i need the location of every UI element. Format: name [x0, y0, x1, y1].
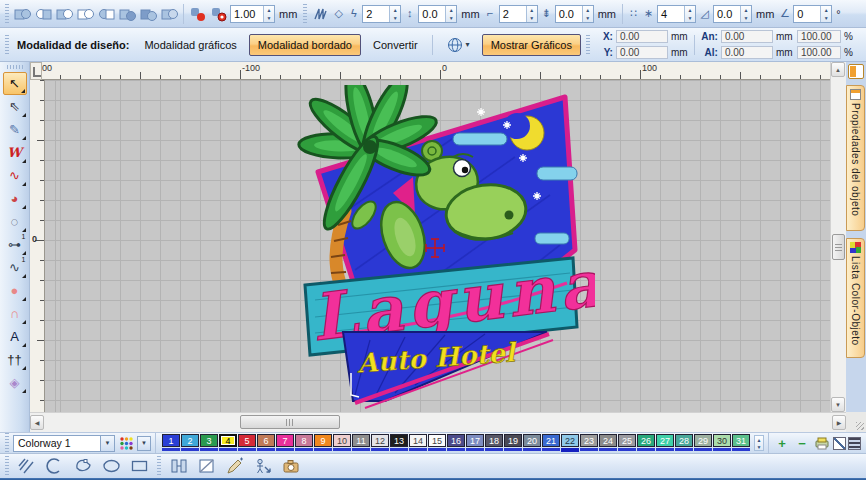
- tab-color-object-list[interactable]: Lista Color-Objeto: [846, 238, 865, 358]
- boolean-weld-icon[interactable]: [13, 4, 32, 24]
- vertical-scroll-thumb[interactable]: [832, 234, 845, 260]
- resize-grip[interactable]: [846, 412, 866, 432]
- swatch-1[interactable]: 1: [162, 434, 180, 452]
- boolean-break-apart-icon[interactable]: [160, 4, 179, 24]
- toolbar-grip[interactable]: [5, 4, 9, 24]
- length-b-spinner[interactable]: [582, 6, 593, 22]
- camera-icon[interactable]: [279, 456, 303, 476]
- corner-icon[interactable]: ⌐: [484, 8, 497, 19]
- swatch-10[interactable]: 10: [333, 434, 351, 452]
- vertical-span-icon[interactable]: ↕: [403, 8, 416, 19]
- swatch-20[interactable]: 20: [523, 434, 541, 452]
- trace-shape-icon[interactable]: [71, 456, 95, 476]
- ellipse-shape-icon[interactable]: [99, 456, 123, 476]
- scroll-up-button[interactable]: [831, 62, 845, 77]
- length-c-spinner[interactable]: [740, 6, 751, 22]
- swatch-27[interactable]: 27: [656, 434, 674, 452]
- arc-icon[interactable]: [43, 456, 67, 476]
- tab-object-properties[interactable]: Propiedades del objeto: [846, 85, 865, 231]
- tool-freehand-stitch[interactable]: W: [3, 141, 27, 164]
- boolean-intersect-icon[interactable]: [55, 4, 74, 24]
- tool-run-stitch[interactable]: ∿: [3, 164, 27, 187]
- tool-ellipse[interactable]: ●: [3, 279, 27, 302]
- boolean-combine-icon[interactable]: [139, 4, 158, 24]
- swatch-29[interactable]: 29: [694, 434, 712, 452]
- swatch-12[interactable]: 12: [371, 434, 389, 452]
- boolean-exclude-icon[interactable]: [76, 4, 95, 24]
- x-field[interactable]: 0.00: [616, 30, 668, 43]
- toolbar-grip[interactable]: [5, 433, 9, 453]
- scroll-left-button[interactable]: [30, 415, 44, 430]
- swatch-13[interactable]: 13: [390, 434, 408, 452]
- count-a-spinner[interactable]: [389, 6, 400, 22]
- vertical-scrollbar[interactable]: [830, 62, 846, 412]
- width-spinner[interactable]: [263, 6, 274, 22]
- boolean-trim-icon[interactable]: [34, 4, 53, 24]
- tool-manual-path[interactable]: ⊶1: [3, 233, 27, 256]
- count-c-spinner[interactable]: [684, 6, 695, 22]
- angle-spinner[interactable]: [820, 6, 831, 22]
- angle-icon[interactable]: ∠: [778, 8, 791, 19]
- colorway-select[interactable]: Colorway 1: [13, 435, 115, 452]
- rectangle-shape-icon[interactable]: [127, 456, 151, 476]
- swatch-16[interactable]: 16: [447, 434, 465, 452]
- export-colors-icon[interactable]: [813, 434, 831, 452]
- figure-export-icon[interactable]: [251, 456, 275, 476]
- toolbar-grip[interactable]: [5, 456, 9, 476]
- thread-chart-icon[interactable]: [848, 437, 861, 450]
- al-percent-field[interactable]: 100.00: [797, 46, 841, 59]
- tool-lasso[interactable]: ◌: [3, 210, 27, 233]
- ruler-origin-button[interactable]: [30, 62, 42, 80]
- length-a-field[interactable]: 0.0: [418, 5, 457, 23]
- horizontal-scrollbar[interactable]: [30, 412, 846, 432]
- swatch-scroll-spinner[interactable]: [754, 435, 764, 451]
- swatch-11[interactable]: 11: [352, 434, 370, 452]
- boolean-merge-icon[interactable]: [97, 4, 116, 24]
- swatch-5[interactable]: 5: [238, 434, 256, 452]
- length-c-field[interactable]: 0.0: [713, 5, 752, 23]
- diamond-icon[interactable]: ◇: [332, 8, 345, 19]
- down-arrows-icon[interactable]: ⇟: [540, 8, 553, 19]
- tool-arc[interactable]: ∩: [3, 302, 27, 325]
- swatch-14[interactable]: 14: [409, 434, 427, 452]
- swatch-30[interactable]: 30: [713, 434, 731, 452]
- scroll-down-button[interactable]: [831, 397, 845, 412]
- swatch-24[interactable]: 24: [599, 434, 617, 452]
- zigzag-icon[interactable]: [311, 4, 330, 24]
- angle-field[interactable]: 0: [793, 5, 832, 23]
- swatch-6[interactable]: 6: [257, 434, 275, 452]
- swatch-22[interactable]: 22: [561, 434, 579, 452]
- embroidery-mode-button[interactable]: Modalidad bordado: [249, 34, 361, 56]
- toolbar-grip[interactable]: [586, 35, 590, 55]
- red-node-ring-icon[interactable]: [209, 4, 228, 24]
- length-b-field[interactable]: 0.0: [555, 5, 594, 23]
- palette-dropdown-icon[interactable]: [137, 436, 151, 451]
- toolbar-grip[interactable]: [5, 35, 9, 55]
- swatch-23[interactable]: 23: [580, 434, 598, 452]
- tool-monogram[interactable]: ◈: [3, 371, 27, 394]
- swatch-19[interactable]: 19: [504, 434, 522, 452]
- remove-color-button[interactable]: −: [793, 434, 811, 452]
- convert-button[interactable]: Convertir: [364, 34, 427, 56]
- show-graphics-button[interactable]: Mostrar Gráficos: [482, 34, 581, 56]
- horizontal-ruler[interactable]: 00-1000100: [30, 62, 830, 80]
- pencil-icon[interactable]: [223, 456, 247, 476]
- swatch-15[interactable]: 15: [428, 434, 446, 452]
- boolean-subtract-icon[interactable]: [118, 4, 137, 24]
- swatch-17[interactable]: 17: [466, 434, 484, 452]
- no-color-icon[interactable]: [833, 437, 846, 450]
- swatch-7[interactable]: 7: [276, 434, 294, 452]
- scroll-right-button[interactable]: [832, 415, 846, 430]
- palette-picker-icon[interactable]: [117, 434, 135, 452]
- swatch-2[interactable]: 2: [181, 434, 199, 452]
- count-b-spinner[interactable]: [526, 6, 537, 22]
- count-c-field[interactable]: 4: [657, 5, 696, 23]
- count-a-field[interactable]: 2: [362, 5, 401, 23]
- design-canvas[interactable]: Laguna Auto Hotel: [45, 80, 830, 412]
- globe-button[interactable]: ▾: [438, 34, 479, 56]
- red-node-icon[interactable]: [188, 4, 207, 24]
- triangle-ruler-icon[interactable]: ◿: [698, 8, 711, 19]
- swatch-28[interactable]: 28: [675, 434, 693, 452]
- add-color-button[interactable]: +: [773, 434, 791, 452]
- tool-select[interactable]: ↖: [3, 72, 27, 95]
